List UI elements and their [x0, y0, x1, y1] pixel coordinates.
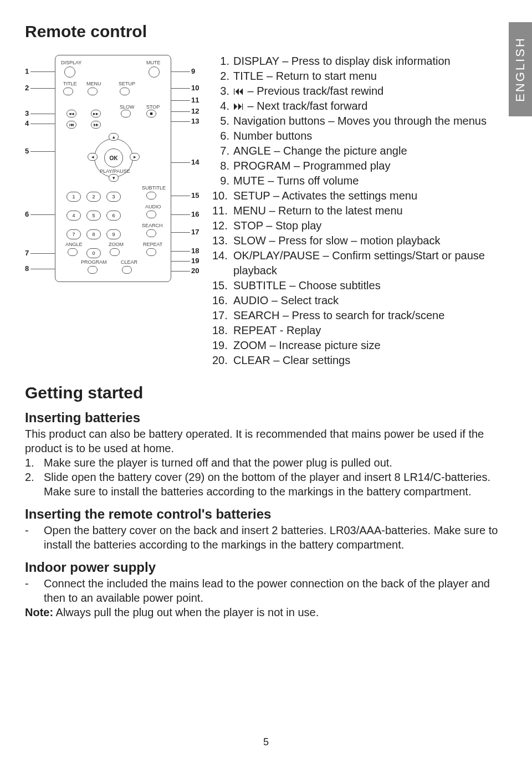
legend-item: 5.Navigation buttons – Moves you through…	[212, 114, 507, 129]
button-next-track: ⏭	[91, 121, 101, 129]
callout-right-12: 12	[191, 107, 199, 115]
legend-item: 4.⏭ – Next track/fast forward	[212, 99, 507, 114]
callout-right-9: 9	[191, 67, 195, 75]
callout-right-20: 20	[191, 267, 199, 275]
callout-left-3: 3	[25, 109, 29, 117]
legend-item: 18.REPEAT - Replay	[212, 323, 507, 338]
legend-item: 3.⏮ – Previous track/fast rewind	[212, 84, 507, 99]
button-clear	[122, 266, 132, 274]
label-setup: SETUP	[119, 81, 135, 86]
list-item: -Connect the included the mains lead to …	[25, 576, 507, 605]
button-num-0: 0	[86, 248, 101, 258]
button-num-5: 5	[86, 211, 101, 221]
callout-right-16: 16	[191, 210, 199, 218]
callout-left-7: 7	[25, 249, 29, 257]
button-setup	[120, 88, 130, 95]
callout-right-19: 19	[191, 257, 199, 265]
callout-right-18: 18	[191, 247, 199, 255]
button-prev-track: ⏮	[66, 121, 76, 129]
label-zoom: ZOOM	[109, 242, 124, 247]
legend-item: 7.ANGLE – Change the picture angle	[212, 144, 507, 158]
label-clear: CLEAR	[121, 259, 137, 265]
button-num-8: 8	[86, 229, 101, 239]
legend-item: 9.MUTE – Turns off volume	[212, 173, 507, 188]
heading-getting-started: Getting started	[25, 383, 507, 402]
button-menu	[88, 88, 98, 95]
heading-remote-batteries: Inserting the remote control's batteries	[25, 506, 507, 522]
button-stop: ■	[146, 110, 156, 117]
legend-item: 17.SEARCH – Press to search for track/sc…	[212, 308, 507, 323]
callout-left-1: 1	[25, 67, 29, 75]
legend-item: 12.STOP – Stop play	[212, 218, 507, 233]
button-mute	[149, 66, 160, 78]
button-subtitle	[146, 192, 156, 199]
callout-right-17: 17	[191, 228, 199, 236]
batteries-steps: 1.Make sure the player is turned off and…	[25, 455, 507, 499]
legend-list: 1.DISPLAY – Press to display disk inform…	[212, 49, 507, 368]
button-num-2: 2	[86, 192, 101, 202]
button-display	[64, 66, 75, 78]
legend-item: 16.AUDIO – Select track	[212, 293, 507, 308]
button-zoom	[110, 248, 120, 256]
button-title	[63, 88, 73, 95]
button-repeat	[146, 248, 156, 256]
button-rewind: ◂◂	[66, 110, 76, 117]
button-nav-right: ▸	[130, 153, 140, 161]
button-slow	[121, 110, 131, 117]
button-num-4: 4	[66, 211, 81, 221]
button-audio	[146, 211, 156, 218]
list-item: 2.Slide open the battery cover (29) on t…	[25, 470, 507, 499]
indoor-note: Note: Always pull the plug out when the …	[25, 605, 507, 619]
label-slow: SLOW	[120, 104, 135, 110]
indoor-power-list: -Connect the included the mains lead to …	[25, 576, 507, 605]
legend-item: 10.SETUP – Activates the settings menu	[212, 188, 507, 203]
label-angle: ANGLE	[65, 242, 83, 247]
label-mute: MUTE	[146, 60, 161, 65]
button-program	[88, 266, 98, 274]
legend-item: 2.TITLE – Return to start menu	[212, 69, 507, 84]
batteries-intro: This product can also be battery operate…	[25, 427, 507, 455]
label-subtitle: SUBTITLE	[142, 185, 166, 191]
legend-item: 8.PROGRAM – Programmed play	[212, 158, 507, 173]
legend-item: 11.MENU – Return to the latest menu	[212, 203, 507, 218]
callout-right-10: 10	[191, 84, 199, 92]
button-nav-up: ▴	[109, 133, 119, 141]
list-item: 1.Make sure the player is turned off and…	[25, 455, 507, 470]
callout-left-6: 6	[25, 210, 29, 218]
callout-right-11: 11	[191, 96, 199, 104]
legend-item: 15.SUBTITLE – Choose subtitles	[212, 278, 507, 293]
label-program: PROGRAM	[81, 259, 107, 265]
language-tab: ENGLISH	[509, 22, 532, 116]
callout-right-14: 14	[191, 158, 199, 166]
label-display: DISPLAY	[61, 60, 81, 65]
label-stop: STOP	[146, 104, 160, 110]
callout-right-13: 13	[191, 117, 199, 125]
legend-item: 13.SLOW – Press for slow – motion playba…	[212, 233, 507, 248]
label-repeat: REPEAT	[143, 242, 162, 247]
legend-item: 19.ZOOM – Increase picture size	[212, 338, 507, 353]
heading-remote-control: Remote control	[25, 22, 507, 41]
legend-item: 14.OK/PLAY/PAUSE – Confirm settings/Star…	[212, 248, 507, 278]
remote-diagram: 1 2 3 4 5 6 7 8 9 10 11 12 13 14 15 16 1…	[25, 49, 202, 293]
button-num-1: 1	[66, 192, 81, 202]
legend-item: 1.DISPLAY – Press to display disk inform…	[212, 54, 507, 69]
button-angle	[68, 248, 78, 256]
callout-left-5: 5	[25, 147, 29, 155]
legend-item: 20.CLEAR – Clear settings	[212, 353, 507, 368]
button-search	[146, 229, 156, 237]
button-num-7: 7	[66, 229, 81, 239]
button-forward: ▸▸	[91, 110, 101, 117]
label-search: SEARCH	[142, 223, 163, 228]
button-ok: OK	[104, 148, 123, 167]
button-num-9: 9	[106, 229, 121, 239]
callout-left-8: 8	[25, 264, 29, 273]
label-audio: AUDIO	[145, 204, 161, 209]
label-menu: MENU	[86, 81, 101, 86]
button-nav-down: ▾	[109, 174, 119, 182]
heading-inserting-batteries: Inserting batteries	[25, 410, 507, 426]
callout-right-15: 15	[191, 191, 199, 199]
list-item: -Open the battery cover on the back and …	[25, 523, 507, 552]
button-num-6: 6	[106, 211, 121, 221]
callout-left-2: 2	[25, 84, 29, 92]
page-number: 5	[0, 736, 532, 748]
